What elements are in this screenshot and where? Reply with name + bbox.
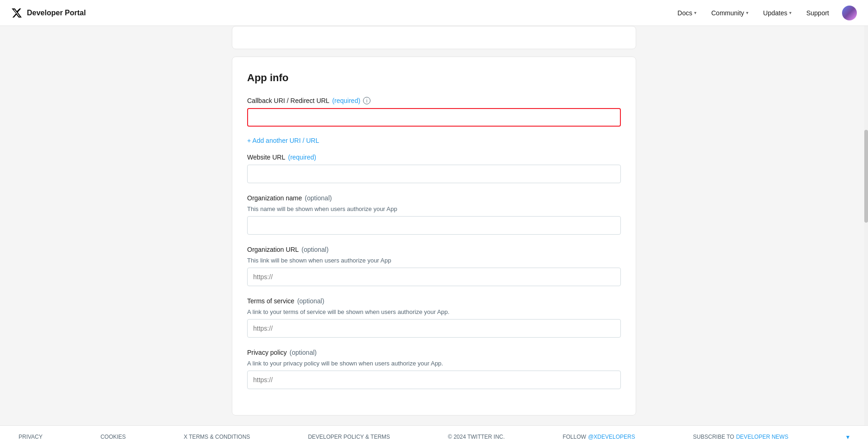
- org-name-optional: (optional): [305, 194, 332, 202]
- docs-chevron-icon: ▾: [694, 10, 696, 15]
- privacy-policy-group: Privacy policy (optional) A link to your…: [247, 349, 621, 389]
- top-card: [232, 26, 636, 49]
- nav-docs-label: Docs: [677, 9, 692, 17]
- website-url-group: Website URL (required): [247, 154, 621, 183]
- footer-x-terms[interactable]: X TERMS & CONDITIONS: [184, 434, 250, 440]
- tos-sublabel: A link to your terms of service will be …: [247, 308, 621, 315]
- tos-group: Terms of service (optional) A link to yo…: [247, 297, 621, 338]
- website-url-input[interactable]: [247, 165, 621, 183]
- footer-follow-label: FOLLOW: [562, 434, 586, 440]
- org-url-label: Organization URL (optional): [247, 246, 621, 253]
- website-url-label-text: Website URL: [247, 154, 285, 161]
- tos-label: Terms of service (optional): [247, 297, 621, 305]
- header: Developer Portal Docs ▾ Community ▾ Upda…: [0, 0, 868, 26]
- nav-community-label: Community: [711, 9, 744, 17]
- org-name-group: Organization name (optional) This name w…: [247, 194, 621, 235]
- nav-support-label: Support: [806, 9, 829, 17]
- footer: PRIVACY COOKIES X TERMS & CONDITIONS DEV…: [0, 425, 868, 448]
- privacy-policy-optional: (optional): [290, 349, 317, 356]
- header-left: Developer Portal: [11, 7, 672, 19]
- app-info-title: App info: [247, 72, 621, 84]
- nav-community[interactable]: Community ▾: [706, 6, 754, 20]
- footer-cookies[interactable]: COOKIES: [101, 434, 126, 440]
- callback-uri-label-text: Callback URI / Redirect URL: [247, 97, 329, 104]
- header-nav: Docs ▾ Community ▾ Updates ▾ Support: [672, 6, 857, 20]
- org-name-label: Organization name (optional): [247, 194, 621, 202]
- updates-chevron-icon: ▾: [789, 10, 791, 15]
- org-url-label-text: Organization URL: [247, 246, 299, 253]
- footer-chevron-icon[interactable]: ▾: [846, 433, 849, 441]
- tos-input[interactable]: [247, 319, 621, 338]
- org-name-sublabel: This name will be shown when users autho…: [247, 205, 621, 212]
- privacy-policy-label: Privacy policy (optional): [247, 349, 621, 356]
- footer-subscribe-label: SUBSCRIBE TO: [693, 434, 734, 440]
- privacy-policy-label-text: Privacy policy: [247, 349, 287, 356]
- website-url-required: (required): [288, 154, 316, 161]
- portal-title: Developer Portal: [27, 9, 86, 17]
- org-name-label-text: Organization name: [247, 194, 302, 202]
- callback-uri-info-icon[interactable]: i: [363, 97, 370, 104]
- footer-privacy[interactable]: PRIVACY: [19, 434, 43, 440]
- nav-support[interactable]: Support: [801, 6, 835, 20]
- add-uri-group: + Add another URI / URL: [247, 132, 621, 144]
- privacy-policy-sublabel: A link to your privacy policy will be sh…: [247, 360, 621, 367]
- footer-copyright: © 2024 TWITTER INC.: [448, 434, 505, 440]
- org-url-group: Organization URL (optional) This link wi…: [247, 246, 621, 286]
- callback-uri-label: Callback URI / Redirect URL (required) i: [247, 97, 621, 104]
- add-uri-link[interactable]: + Add another URI / URL: [247, 137, 319, 144]
- footer-follow-section: FOLLOW @XDEVELOPERS: [562, 434, 635, 440]
- privacy-policy-input[interactable]: [247, 371, 621, 389]
- org-url-sublabel: This link will be shown when users autho…: [247, 257, 621, 264]
- website-url-label: Website URL (required): [247, 154, 621, 161]
- nav-updates[interactable]: Updates ▾: [758, 6, 797, 20]
- footer-dev-policy[interactable]: DEVELOPER POLICY & TERMS: [308, 434, 390, 440]
- tos-optional: (optional): [297, 297, 324, 305]
- scrollbar: [864, 0, 868, 448]
- footer-subscribe-section: SUBSCRIBE TO DEVELOPER NEWS: [693, 434, 789, 440]
- app-info-card: App info Callback URI / Redirect URL (re…: [232, 57, 636, 416]
- callback-uri-required: (required): [332, 97, 360, 104]
- org-url-optional: (optional): [301, 246, 328, 253]
- tos-label-text: Terms of service: [247, 297, 294, 305]
- nav-updates-label: Updates: [763, 9, 787, 17]
- nav-docs[interactable]: Docs ▾: [672, 6, 702, 20]
- callback-uri-group: Callback URI / Redirect URL (required) i: [247, 97, 621, 127]
- x-logo-icon: [11, 7, 22, 19]
- org-name-input[interactable]: [247, 216, 621, 235]
- user-avatar[interactable]: [842, 6, 857, 20]
- callback-uri-input[interactable]: [247, 108, 621, 127]
- footer-follow-link[interactable]: @XDEVELOPERS: [588, 434, 635, 440]
- footer-subscribe-link[interactable]: DEVELOPER NEWS: [736, 434, 788, 440]
- org-url-input[interactable]: [247, 268, 621, 286]
- scrollbar-thumb[interactable]: [864, 130, 868, 223]
- community-chevron-icon: ▾: [746, 10, 748, 15]
- main-content: App info Callback URI / Redirect URL (re…: [221, 26, 647, 448]
